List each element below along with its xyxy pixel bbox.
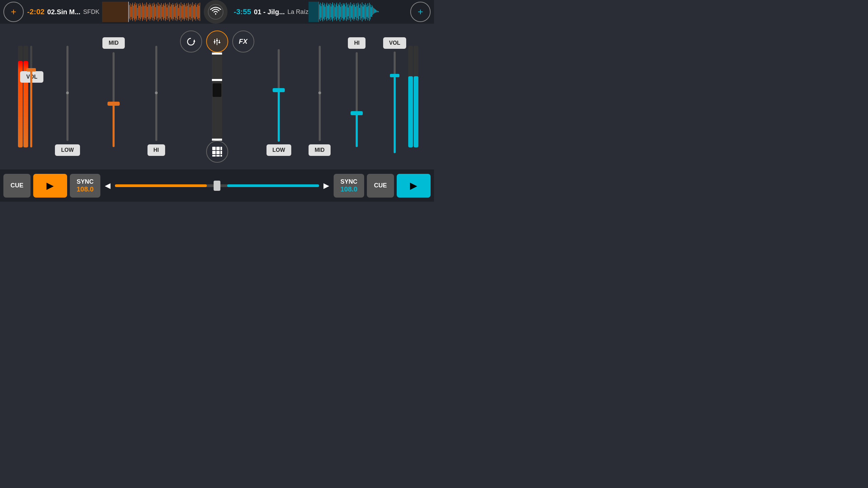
- svg-rect-44: [164, 6, 165, 18]
- svg-rect-105: [331, 6, 331, 17]
- svg-rect-103: [329, 5, 329, 19]
- left-low-label[interactable]: LOW: [55, 144, 80, 156]
- left-low-fader[interactable]: LOW: [55, 37, 80, 156]
- svg-rect-31: [154, 3, 154, 21]
- svg-rect-154: [371, 7, 371, 17]
- right-play-button[interactable]: ▶: [397, 174, 431, 198]
- left-mid-fader[interactable]: MID: [102, 37, 124, 156]
- svg-rect-124: [346, 3, 347, 21]
- right-cue-button[interactable]: CUE: [367, 174, 394, 198]
- right-sync-label: SYNC: [340, 178, 357, 185]
- svg-rect-178: [212, 155, 216, 157]
- svg-rect-75: [190, 7, 190, 17]
- left-hi-fader[interactable]: HI: [147, 37, 165, 156]
- right-mid-fader[interactable]: MID: [309, 37, 331, 156]
- svg-rect-144: [362, 6, 363, 17]
- svg-rect-85: [198, 3, 198, 20]
- svg-rect-21: [145, 5, 146, 18]
- left-hi-label[interactable]: HI: [147, 144, 165, 156]
- vertical-crossfader[interactable]: [212, 53, 222, 141]
- left-sync-button[interactable]: SYNC 108.0: [70, 174, 100, 198]
- crossfader-left-arrow[interactable]: ◀: [103, 180, 112, 192]
- right-vol-label[interactable]: VOL: [383, 37, 407, 49]
- grid-button[interactable]: [206, 141, 228, 163]
- left-vol-fader[interactable]: VOL: [30, 37, 32, 156]
- right-deck-controls: LOW MID HI VOL: [251, 24, 434, 169]
- svg-rect-1: [129, 5, 130, 19]
- svg-rect-169: [214, 41, 216, 42]
- left-deck-time: -2:02: [27, 7, 44, 16]
- svg-rect-125: [347, 4, 348, 19]
- eq-button[interactable]: [206, 30, 228, 53]
- right-mid-label[interactable]: MID: [309, 144, 331, 156]
- right-play-icon: ▶: [410, 180, 417, 191]
- svg-rect-62: [179, 4, 179, 20]
- svg-rect-69: [185, 5, 185, 19]
- svg-rect-45: [165, 3, 165, 21]
- add-right-button[interactable]: +: [410, 2, 431, 22]
- svg-rect-127: [349, 4, 349, 20]
- add-left-button[interactable]: +: [3, 2, 24, 22]
- right-sync-bpm: 108.0: [340, 185, 357, 193]
- left-cue-label: CUE: [11, 182, 23, 189]
- right-hi-label[interactable]: HI: [348, 37, 366, 49]
- svg-rect-133: [354, 3, 354, 21]
- right-low-fader[interactable]: LOW: [267, 37, 291, 156]
- crossfader-right-arrow[interactable]: ▶: [322, 180, 331, 192]
- svg-rect-96: [323, 5, 323, 19]
- svg-rect-24: [148, 4, 149, 20]
- svg-rect-142: [361, 5, 361, 18]
- reset-button[interactable]: [180, 30, 202, 53]
- svg-rect-128: [350, 5, 350, 18]
- svg-rect-130: [351, 6, 352, 18]
- right-hi-fader[interactable]: HI: [348, 37, 366, 156]
- svg-rect-14: [140, 3, 140, 21]
- svg-rect-4: [132, 4, 132, 19]
- svg-rect-110: [335, 7, 335, 17]
- plus-icon-left: +: [11, 6, 16, 17]
- svg-rect-122: [344, 3, 345, 20]
- svg-rect-54: [173, 3, 173, 21]
- right-low-label[interactable]: LOW: [267, 144, 291, 156]
- left-deck-info: -2:02 02.Sin M... SFDK: [27, 7, 99, 16]
- left-play-button[interactable]: ▶: [33, 174, 67, 198]
- crossfader-handle[interactable]: [214, 181, 220, 191]
- right-waveform[interactable]: [309, 2, 407, 22]
- left-waveform[interactable]: [102, 2, 200, 22]
- right-deck-title: 01 - Jilg...: [254, 8, 285, 16]
- svg-point-89: [208, 4, 223, 19]
- svg-rect-49: [169, 5, 169, 18]
- svg-rect-92: [320, 3, 320, 21]
- svg-rect-177: [220, 151, 222, 154]
- left-cue-button[interactable]: CUE: [3, 174, 31, 198]
- svg-rect-148: [366, 5, 366, 19]
- center-top-buttons: FX: [180, 30, 254, 53]
- svg-rect-83: [196, 7, 197, 17]
- svg-rect-95: [322, 2, 323, 21]
- right-vol-fader[interactable]: VOL: [383, 37, 407, 156]
- svg-rect-20: [145, 4, 145, 20]
- vertical-crossfader-handle[interactable]: [213, 83, 221, 97]
- svg-rect-25: [149, 5, 149, 19]
- fx-label: FX: [239, 38, 248, 45]
- right-sync-button[interactable]: SYNC 108.0: [334, 174, 364, 198]
- crossfader-track[interactable]: [115, 184, 319, 187]
- svg-rect-104: [330, 3, 330, 21]
- svg-rect-9: [136, 5, 136, 19]
- svg-rect-164: [318, 2, 319, 22]
- svg-rect-70: [186, 6, 186, 17]
- svg-rect-78: [192, 2, 193, 21]
- svg-rect-175: [212, 151, 216, 154]
- svg-rect-143: [362, 2, 362, 21]
- svg-rect-162: [377, 11, 378, 12]
- svg-rect-51: [170, 6, 171, 17]
- svg-rect-119: [342, 6, 342, 18]
- svg-rect-135: [355, 7, 356, 17]
- svg-rect-129: [350, 2, 351, 21]
- svg-rect-120: [343, 3, 343, 21]
- left-mid-label[interactable]: MID: [102, 37, 124, 49]
- svg-rect-159: [375, 9, 375, 13]
- left-deck-title: 02.Sin M...: [47, 8, 80, 16]
- svg-marker-165: [193, 39, 195, 42]
- svg-rect-50: [169, 2, 170, 21]
